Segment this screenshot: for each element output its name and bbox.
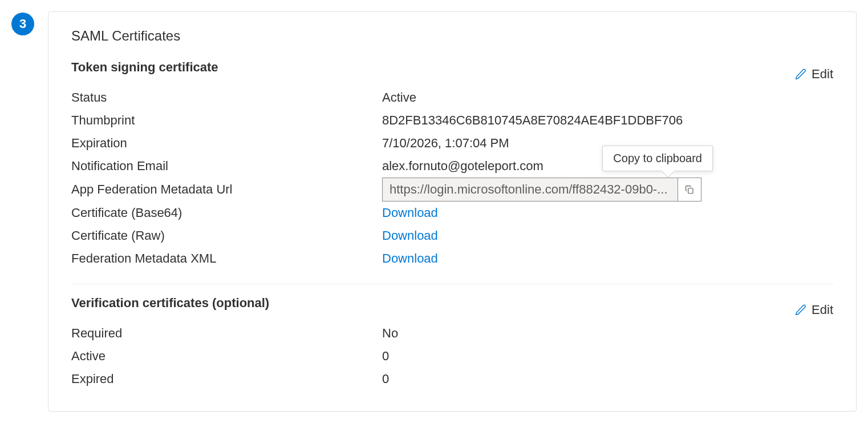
notification-email-label: Notification Email (71, 159, 382, 174)
status-value: Active (382, 90, 833, 105)
card-title: SAML Certificates (71, 28, 833, 44)
download-cert-base64-link[interactable]: Download (382, 206, 833, 220)
svg-rect-0 (688, 188, 693, 194)
section-divider (71, 284, 833, 284)
required-value: No (382, 326, 833, 341)
thumbprint-value: 8D2FB13346C6B810745A8E70824AE4BF1DDBF706 (382, 113, 833, 128)
tooltip-text: Copy to clipboard (613, 152, 702, 164)
token-signing-section: Token signing certificate Edit Status Ac… (71, 60, 833, 270)
metadata-url-input[interactable]: https://login.microsoftonline.com/ff8824… (382, 178, 678, 202)
cert-raw-label: Certificate (Raw) (71, 228, 382, 243)
pencil-icon (794, 304, 807, 316)
metadata-url-field-wrapper: https://login.microsoftonline.com/ff8824… (382, 178, 701, 202)
saml-certificates-card: SAML Certificates Token signing certific… (48, 11, 857, 412)
expired-label: Expired (71, 372, 382, 386)
copy-tooltip: Copy to clipboard (602, 146, 713, 171)
pencil-icon (794, 68, 807, 80)
edit-label: Edit (812, 67, 833, 82)
fed-metadata-xml-label: Federation Metadata XML (71, 251, 382, 266)
cert-base64-label: Certificate (Base64) (71, 206, 382, 220)
expiration-label: Expiration (71, 136, 382, 151)
token-signing-title: Token signing certificate (71, 60, 218, 75)
expired-value: 0 (382, 372, 833, 386)
required-label: Required (71, 326, 382, 341)
verification-title: Verification certificates (optional) (71, 296, 269, 311)
verification-section: Verification certificates (optional) Edi… (71, 296, 833, 390)
copy-icon (684, 184, 695, 195)
status-label: Status (71, 90, 382, 105)
metadata-url-label: App Federation Metadata Url (71, 182, 382, 197)
copy-metadata-url-button[interactable] (678, 178, 701, 202)
step-number: 3 (19, 17, 26, 31)
download-fed-metadata-xml-link[interactable]: Download (382, 251, 833, 266)
active-label: Active (71, 349, 382, 364)
download-cert-raw-link[interactable]: Download (382, 228, 833, 243)
edit-token-signing-button[interactable]: Edit (794, 67, 833, 82)
thumbprint-label: Thumbprint (71, 113, 382, 128)
step-badge: 3 (11, 13, 34, 35)
active-value: 0 (382, 349, 833, 364)
edit-verification-button[interactable]: Edit (794, 303, 833, 317)
edit-label: Edit (812, 303, 833, 317)
